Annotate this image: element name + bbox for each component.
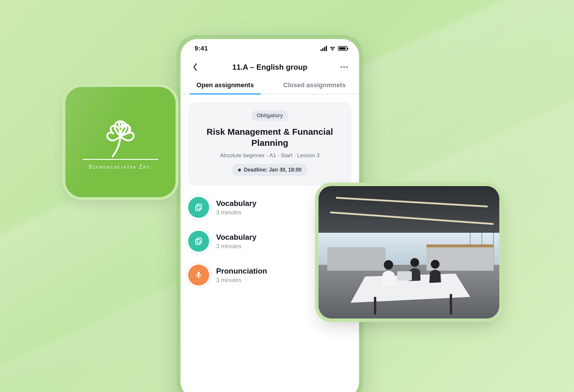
task-title: Vocabulary — [216, 199, 256, 208]
assignment-subtitle: Absolute beginner - A1 · Start · Lesson … — [195, 152, 344, 159]
task-title: Pronunciation — [216, 267, 267, 276]
svg-rect-19 — [450, 294, 452, 314]
status-time: 9:41 — [195, 45, 208, 52]
svg-rect-16 — [426, 244, 494, 247]
tab-open-assignments[interactable]: Open assignments — [181, 76, 270, 94]
signal-icon — [321, 46, 327, 51]
task-title: Vocabulary — [216, 233, 256, 242]
copy-icon — [188, 197, 209, 218]
task-duration: 3 minutes — [216, 209, 256, 216]
battery-icon — [338, 46, 347, 51]
svg-rect-14 — [327, 247, 386, 271]
status-icons — [321, 46, 347, 51]
svg-rect-18 — [374, 297, 376, 314]
task-duration: 3 minutes — [216, 243, 256, 250]
page-title: 11.A – English group — [232, 63, 307, 72]
svg-rect-4 — [197, 272, 200, 276]
svg-rect-3 — [196, 239, 200, 245]
more-button[interactable]: ••• — [338, 61, 351, 74]
deadline-text: Deadline: Jan 30, 18:00 — [244, 167, 302, 173]
logo-underline — [83, 159, 158, 160]
svg-point-20 — [384, 260, 393, 270]
svg-rect-1 — [196, 206, 200, 211]
wifi-icon — [329, 46, 336, 51]
clover-icon — [99, 114, 142, 161]
back-button[interactable] — [189, 61, 202, 74]
svg-rect-2 — [197, 238, 202, 243]
assignment-card[interactable]: Obligatory Risk Management & Funancial P… — [188, 102, 351, 186]
svg-rect-23 — [397, 271, 412, 281]
brand-logo-card: Szerencsejáték Zrt. — [65, 87, 176, 197]
copy-icon — [188, 231, 209, 252]
deadline-badge: Deadline: Jan 30, 18:00 — [232, 164, 307, 176]
status-bar: 9:41 — [181, 39, 359, 58]
nav-row: 11.A – English group ••• — [181, 58, 359, 76]
obligatory-tag: Obligatory — [251, 110, 288, 121]
assignment-title: Risk Management & Funancial Planning — [195, 126, 344, 148]
tabs: Open assignments Closed assignmnets — [181, 76, 359, 94]
svg-rect-0 — [197, 204, 202, 209]
tab-closed-assignments[interactable]: Closed assignmnets — [270, 76, 359, 94]
svg-point-22 — [431, 260, 440, 269]
svg-point-21 — [410, 258, 419, 267]
svg-rect-6 — [318, 186, 499, 233]
office-photo — [318, 186, 499, 318]
mic-icon — [188, 265, 209, 286]
brand-name: Szerencsejáték Zrt. — [89, 164, 152, 170]
task-duration: 3 minutes — [216, 277, 267, 284]
